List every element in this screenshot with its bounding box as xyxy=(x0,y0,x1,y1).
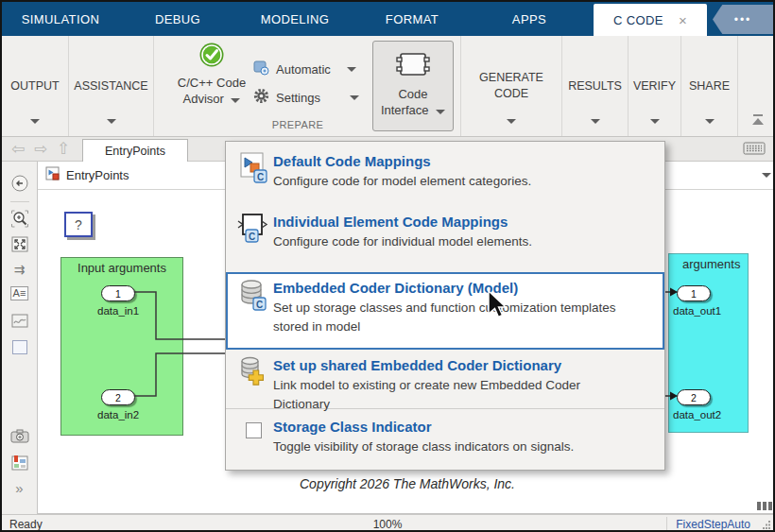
menu-item-title: Default Code Mappings xyxy=(273,151,531,172)
chevron-down-icon xyxy=(591,119,600,124)
code-interface-block-icon xyxy=(394,51,432,80)
code-interface-label-line2: Interface xyxy=(381,102,445,118)
tab-format[interactable]: FORMAT xyxy=(353,2,471,36)
menu-item-description: Link model to existing or create new Emb… xyxy=(273,376,632,414)
tab-modeling[interactable]: MODELING xyxy=(236,2,353,36)
verify-label: VERIFY xyxy=(633,78,676,94)
settings-button[interactable]: Settings xyxy=(253,87,359,108)
library-browser-icon[interactable] xyxy=(11,455,28,471)
ribbon-tab-bar: SIMULATION DEBUG MODELING FORMAT APPS C … xyxy=(2,2,773,36)
expand-palette-icon[interactable]: » xyxy=(15,480,23,496)
screenshot-camera-icon[interactable] xyxy=(10,429,29,443)
assistance-dropdown-button[interactable]: ASSISTANCE xyxy=(69,36,154,136)
prepare-section-label: PREPARE xyxy=(246,119,350,130)
chevron-down-icon xyxy=(350,95,359,100)
image-annotation-icon[interactable] xyxy=(11,314,28,328)
menu-item-description: Configure code for model element categor… xyxy=(273,172,531,191)
verify-dropdown-button[interactable]: VERIFY xyxy=(629,36,681,136)
input-arguments-title: Input arguments xyxy=(61,258,182,275)
menu-item-description: Set up storage classes and function cust… xyxy=(273,299,632,336)
horizontal-scrollbar[interactable] xyxy=(757,502,772,510)
inport-1[interactable]: 1 xyxy=(101,285,135,301)
share-label: SHARE xyxy=(689,78,730,94)
chevron-down-icon xyxy=(507,119,516,124)
chevron-down-icon xyxy=(107,119,116,124)
chevron-down-icon xyxy=(436,110,445,114)
simulink-window: SIMULATION DEBUG MODELING FORMAT APPS C … xyxy=(0,0,775,532)
ellipsis-icon: ••• xyxy=(734,13,752,26)
menu-item-title: Storage Class Indicator xyxy=(273,417,574,438)
automatic-label: Automatic xyxy=(276,62,331,77)
zoom-tool-icon[interactable] xyxy=(10,210,28,228)
menu-item-description: Configure code for individual model elem… xyxy=(273,232,532,251)
output-arguments-title: arguments xyxy=(669,254,748,271)
code-advisor-label-line1: C/C++ Code xyxy=(178,75,246,91)
default-code-mappings-icon: C xyxy=(233,147,273,208)
settings-label: Settings xyxy=(276,91,320,105)
code-advisor-check-icon xyxy=(198,42,225,71)
chevron-down-icon xyxy=(30,119,40,124)
share-dropdown-button[interactable]: SHARE xyxy=(681,36,738,136)
close-tab-icon[interactable]: × xyxy=(679,13,687,27)
hide-explorer-bar-icon[interactable] xyxy=(11,175,28,192)
code-interface-label-line1: Code xyxy=(398,86,427,102)
navigate-up-icon[interactable]: ⇧ xyxy=(57,139,70,159)
navigate-forward-icon[interactable]: ⇨ xyxy=(34,139,47,159)
menu-item-title: Set up shared Embedded Coder Dictionary xyxy=(273,355,632,376)
resize-grip-icon[interactable] xyxy=(762,519,771,532)
menu-item-shared-embedded-coder-dictionary[interactable]: Set up shared Embedded Coder Dictionary … xyxy=(226,352,664,408)
zoom-level: 100% xyxy=(373,518,403,531)
chevron-down-icon xyxy=(705,119,715,124)
navigate-back-icon[interactable]: ⇦ xyxy=(11,139,25,159)
inport-2[interactable]: 2 xyxy=(101,389,135,405)
assistance-label: ASSISTANCE xyxy=(74,78,147,94)
unknown-block[interactable]: ? xyxy=(64,212,93,237)
code-interface-button[interactable]: Code Interface xyxy=(372,41,454,131)
mouse-cursor xyxy=(487,290,509,324)
outport-1[interactable]: 1 xyxy=(677,285,711,301)
tab-overflow-button[interactable]: ••• xyxy=(713,5,773,34)
output-arguments-block[interactable]: arguments 1 data_out1 2 data_out2 xyxy=(668,253,749,433)
canvas-tool-palette: ⇉ A≡ xyxy=(2,162,38,514)
chevron-down-icon xyxy=(231,98,240,103)
tab-c-code-active[interactable]: C CODE × xyxy=(594,4,707,36)
solver-link[interactable]: FixedStepAuto xyxy=(676,518,750,531)
signal-routing-icon[interactable]: ⇉ xyxy=(14,262,26,277)
outport-1-label: data_out1 xyxy=(673,305,721,317)
results-label: RESULTS xyxy=(568,78,622,94)
tab-c-code-label: C CODE xyxy=(613,13,663,27)
minimize-toolstrip-button[interactable] xyxy=(750,113,766,130)
menu-item-default-code-mappings[interactable]: C Default Code Mappings Configure code f… xyxy=(226,147,664,208)
status-message: Ready xyxy=(9,518,43,531)
area-box-icon[interactable] xyxy=(12,340,27,354)
copyright-annotation: Copyright 2026 The MathWorks, Inc. xyxy=(38,476,775,491)
menu-item-individual-element-code-mappings[interactable]: C Individual Element Code Mappings Confi… xyxy=(226,208,664,270)
breadcrumb-dropdown-icon[interactable] xyxy=(762,173,771,178)
c-code-toolstrip: OUTPUT ASSISTANCE C/C++ Code Advisor xyxy=(2,36,773,137)
output-dropdown-button[interactable]: OUTPUT xyxy=(2,36,69,136)
annotation-icon[interactable]: A≡ xyxy=(10,286,29,300)
generate-code-button[interactable]: GENERATE CODE xyxy=(461,36,562,136)
tab-debug[interactable]: DEBUG xyxy=(119,2,236,36)
input-arguments-block[interactable]: Input arguments 1 data_in1 2 data_in2 xyxy=(60,257,183,436)
fit-to-view-icon[interactable] xyxy=(11,236,28,252)
storage-class-indicator-checkbox[interactable] xyxy=(246,422,262,438)
outport-2[interactable]: 2 xyxy=(677,389,711,405)
tab-apps[interactable]: APPS xyxy=(471,2,588,36)
menu-item-title: Embedded Coder Dictionary (Model) xyxy=(273,278,632,299)
svg-text:C: C xyxy=(249,232,255,242)
automatic-build-icon xyxy=(253,60,269,78)
automatic-build-button[interactable]: Automatic xyxy=(253,59,356,79)
keyboard-shortcuts-icon[interactable] xyxy=(743,142,766,159)
results-dropdown-button[interactable]: RESULTS xyxy=(562,36,629,136)
menu-item-embedded-coder-dictionary[interactable]: C Embedded Coder Dictionary (Model) Set … xyxy=(226,272,664,350)
status-divider xyxy=(666,517,667,532)
document-tab-entrypoints[interactable]: EntryPoints xyxy=(82,139,188,162)
status-bar: Ready 100% FixedStepAuto xyxy=(2,514,773,532)
embedded-coder-dictionary-icon: C xyxy=(233,274,273,348)
svg-text:C: C xyxy=(256,300,263,310)
tab-simulation[interactable]: SIMULATION xyxy=(2,2,119,36)
svg-text:C: C xyxy=(257,172,264,182)
menu-item-storage-class-indicator[interactable]: Storage Class Indicator Toggle visibilit… xyxy=(226,409,664,470)
gear-icon xyxy=(253,88,269,107)
